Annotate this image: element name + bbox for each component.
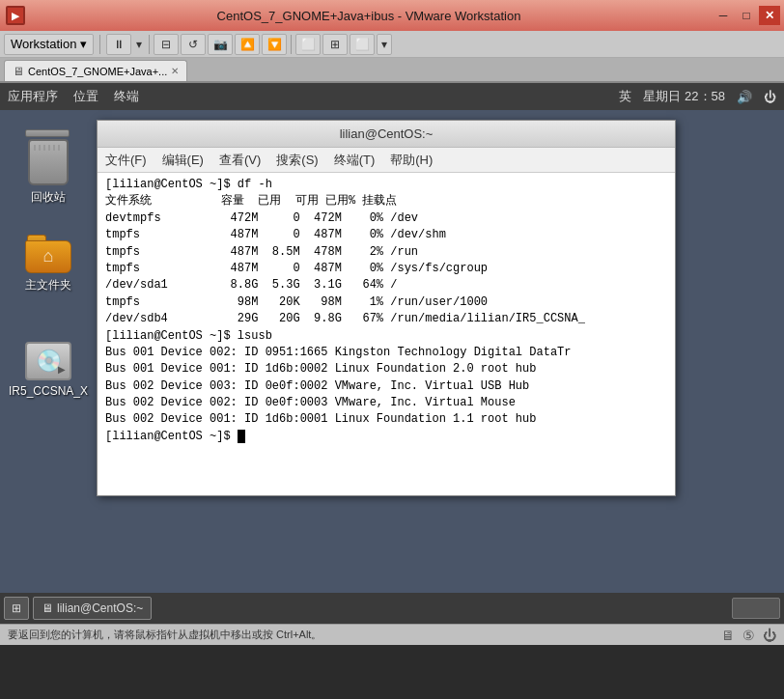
taskbar: ⊞ 🖥 lilian@CentOS:~ <box>0 593 784 624</box>
topbar-right: 英 星期日 22：58 🔊 ⏻ <box>619 88 776 105</box>
snapshot3-button[interactable]: 🔽 <box>262 34 287 55</box>
terminal-line-7: tmpfs 98M 20K 98M 1% /run/user/1000 <box>105 294 667 311</box>
status-bar: 要返回到您的计算机，请将鼠标指针从虚拟机中移出或按 Ctrl+Alt。 🖥 ⑤ … <box>0 624 784 645</box>
terminal-content[interactable]: [lilian@CentOS ~]$ df -h 文件系统 容量 已用 可用 已… <box>98 173 675 495</box>
menu-bar: Workstation ▾ ⏸ ▾ ⊟ ↺ 📷 🔼 🔽 ⬜ ⊞ ⬜ ▾ <box>0 31 784 58</box>
trash-icon-body <box>28 139 69 185</box>
pause-dropdown[interactable]: ▾ <box>133 34 145 55</box>
status-message: 要返回到您的计算机，请将鼠标指针从虚拟机中移出或按 Ctrl+Alt。 <box>8 628 322 642</box>
file-menu[interactable]: 文件(F) <box>105 152 147 169</box>
view-button[interactable]: ⬜ <box>350 34 375 55</box>
apps-menu[interactable]: 应用程序 <box>8 88 58 105</box>
workstation-menu[interactable]: Workstation ▾ <box>4 34 94 55</box>
position-menu[interactable]: 位置 <box>73 88 98 105</box>
trash-label: 回收站 <box>31 189 66 206</box>
trash-icon-item[interactable]: 回收站 <box>27 129 70 206</box>
desktop-icons: 回收站 ⌂ 主文件夹 💿 IR5_CCSNA_X <box>0 110 97 593</box>
cursor-blink <box>238 430 245 443</box>
drive-icon-item[interactable]: 💿 IR5_CCSNA_X <box>9 342 88 398</box>
close-button[interactable]: ✕ <box>759 6 780 25</box>
tab-label: CentOS_7_GNOME+Java+... <box>28 66 167 77</box>
desktop: 回收站 ⌂ 主文件夹 💿 IR5_CCSNA_X <box>0 110 784 593</box>
terminal-line-6: /dev/sda1 8.8G 5.3G 3.1G 64% / <box>105 277 667 294</box>
snapshot2-button[interactable]: 🔼 <box>235 34 260 55</box>
edit-menu[interactable]: 编辑(E) <box>162 152 204 169</box>
title-bar-text: CentOS_7_GNOME+Java+ibus - VMware Workst… <box>25 9 713 23</box>
vm-area: 应用程序 位置 终端 英 星期日 22：58 🔊 ⏻ 回收站 <box>0 83 784 624</box>
tab-bar: 🖥 CentOS_7_GNOME+Java+... ✕ <box>0 58 784 83</box>
network-icon[interactable]: ⑤ <box>742 628 755 643</box>
snapshot-button[interactable]: 📷 <box>208 34 233 55</box>
desktop-topbar: 应用程序 位置 终端 英 星期日 22：58 🔊 ⏻ <box>0 83 784 110</box>
status-right-icons: 🖥 ⑤ ⏻ <box>721 628 776 643</box>
usb-icon[interactable]: ⏻ <box>763 628 776 643</box>
minimize-button[interactable]: ─ <box>713 6 734 25</box>
terminal-line-13: Bus 002 Device 002: ID 0e0f:0003 VMware,… <box>105 395 667 411</box>
drive-label: IR5_CCSNA_X <box>9 384 88 398</box>
terminal-line-4: tmpfs 487M 8.5M 478M 2% /run <box>105 244 667 261</box>
terminal-menubar: 文件(F) 编辑(E) 查看(V) 搜索(S) 终端(T) 帮助(H) <box>98 148 675 173</box>
terminal-line-9: [lilian@CentOS ~]$ lsusb <box>105 328 667 345</box>
window-controls: ─ □ ✕ <box>713 6 780 25</box>
terminal-prompt: [lilian@CentOS ~]$ <box>105 429 667 445</box>
terminal-menu[interactable]: 终端 <box>114 88 139 105</box>
terminal-line-0: [lilian@CentOS ~]$ df -h <box>105 177 667 193</box>
terminal-line-11: Bus 001 Device 001: ID 1d6b:0002 Linux F… <box>105 361 667 377</box>
terminal-line-14: Bus 002 Device 001: ID 1d6b:0001 Linux F… <box>105 411 667 428</box>
app-icon: ▶ <box>6 6 25 25</box>
taskbar-app-label: lilian@CentOS:~ <box>57 601 143 615</box>
language-indicator: 英 <box>619 88 631 105</box>
terminal-menu-item[interactable]: 终端(T) <box>334 152 376 169</box>
taskbar-terminal-app[interactable]: 🖥 lilian@CentOS:~ <box>33 597 152 620</box>
terminal-line-8: /dev/sdb4 29G 20G 9.8G 67% /run/media/li… <box>105 311 667 327</box>
power-icon[interactable]: ⏻ <box>764 90 776 104</box>
folder-icon-graphic: ⌂ <box>25 235 71 273</box>
search-menu[interactable]: 搜索(S) <box>276 152 318 169</box>
terminal-line-2: devtmpfs 472M 0 472M 0% /dev <box>105 210 667 227</box>
maximize-button[interactable]: □ <box>736 6 757 25</box>
terminal-line-3: tmpfs 487M 0 487M 0% /dev/shm <box>105 227 667 243</box>
vm-tab[interactable]: 🖥 CentOS_7_GNOME+Java+... ✕ <box>4 60 187 81</box>
terminal-line-5: tmpfs 487M 0 487M 0% /sys/fs/cgroup <box>105 261 667 277</box>
volume-icon[interactable]: 🔊 <box>737 90 752 104</box>
display-icon[interactable]: 🖥 <box>721 628 735 643</box>
trash-lid <box>25 129 70 137</box>
home-folder-icon[interactable]: ⌂ 主文件夹 <box>25 235 71 294</box>
title-bar: ▶ CentOS_7_GNOME+Java+ibus - VMware Work… <box>0 0 784 31</box>
datetime-display: 星期日 22：58 <box>643 88 725 105</box>
terminal-window: lilian@CentOS:~ 文件(F) 编辑(E) 查看(V) 搜索(S) … <box>97 120 676 496</box>
tab-close-button[interactable]: ✕ <box>171 66 179 76</box>
fullscreen-button[interactable]: ⬜ <box>295 34 321 55</box>
terminal-line-10: Bus 001 Device 002: ID 0951:1665 Kingsto… <box>105 345 667 361</box>
taskbar-show-desktop[interactable]: ⊞ <box>4 597 29 620</box>
send-ctrl-alt-del-button[interactable]: ⊟ <box>154 34 179 55</box>
refresh-button[interactable]: ↺ <box>181 34 206 55</box>
terminal-line-12: Bus 002 Device 003: ID 0e0f:0002 VMware,… <box>105 378 667 395</box>
pause-button[interactable]: ⏸ <box>106 34 131 55</box>
help-menu[interactable]: 帮助(H) <box>390 152 433 169</box>
view-dropdown[interactable]: ▾ <box>377 34 392 55</box>
view-menu[interactable]: 查看(V) <box>219 152 261 169</box>
terminal-title: lilian@CentOS:~ <box>98 121 675 148</box>
terminal-line-1: 文件系统 容量 已用 可用 已用% 挂载点 <box>105 193 667 210</box>
unity-button[interactable]: ⊞ <box>322 34 348 55</box>
taskbar-window-preview[interactable] <box>732 598 780 619</box>
home-folder-label: 主文件夹 <box>25 277 71 294</box>
taskbar-right <box>732 598 780 619</box>
drive-icon-graphic: 💿 <box>25 342 71 380</box>
